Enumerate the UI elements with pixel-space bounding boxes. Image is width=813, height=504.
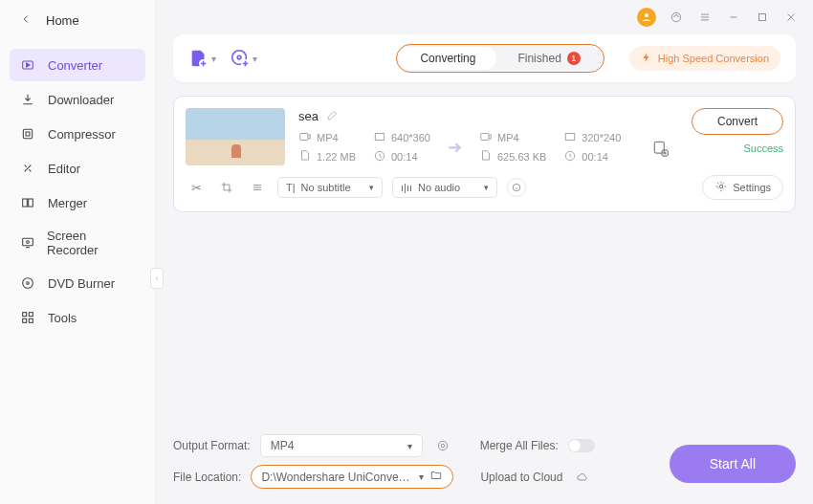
nav-list: Converter Downloader Compressor Editor M… bbox=[0, 41, 155, 343]
svg-rect-9 bbox=[29, 313, 33, 317]
close-icon[interactable] bbox=[782, 9, 800, 26]
titlebar bbox=[156, 0, 813, 34]
svg-rect-19 bbox=[300, 134, 308, 141]
settings-label: Settings bbox=[733, 182, 771, 193]
svg-rect-22 bbox=[481, 134, 489, 141]
file-icon bbox=[479, 149, 493, 164]
chevron-down-icon: ▾ bbox=[484, 183, 489, 192]
start-all-button[interactable]: Start All bbox=[670, 445, 796, 483]
sidebar: Home Converter Downloader Compressor Edi… bbox=[0, 0, 156, 504]
content-area: ▾ ▾ Converting Finished 1 High Speed Con… bbox=[156, 34, 813, 504]
cloud-icon[interactable] bbox=[572, 467, 593, 488]
output-preset-icon[interactable] bbox=[651, 139, 669, 156]
file-location-select[interactable]: D:\Wondershare UniConverter 1 ▾ bbox=[251, 465, 453, 489]
editor-icon bbox=[19, 160, 36, 177]
sidebar-item-editor[interactable]: Editor bbox=[10, 152, 145, 185]
svg-rect-4 bbox=[22, 238, 33, 245]
home-label: Home bbox=[46, 13, 79, 28]
svg-point-30 bbox=[438, 441, 447, 449]
svg-rect-3 bbox=[29, 199, 33, 207]
tab-label: Finished bbox=[517, 52, 560, 65]
svg-rect-23 bbox=[566, 134, 575, 141]
src-size: 1.22 MB bbox=[317, 151, 356, 163]
main-panel: ▾ ▾ Converting Finished 1 High Speed Con… bbox=[156, 0, 813, 504]
file-title: sea bbox=[298, 109, 319, 123]
file-location-label: File Location: bbox=[173, 471, 241, 484]
trim-icon[interactable]: ✂ bbox=[186, 177, 207, 198]
minimize-icon[interactable] bbox=[725, 9, 742, 26]
edit-title-icon[interactable] bbox=[326, 108, 340, 124]
sidebar-item-label: Tools bbox=[48, 311, 77, 325]
status-tabs: Converting Finished 1 bbox=[396, 44, 604, 73]
resolution-icon bbox=[373, 130, 386, 145]
sidebar-item-downloader[interactable]: Downloader bbox=[10, 83, 145, 116]
clock-icon bbox=[373, 149, 386, 164]
chevron-down-icon: ▾ bbox=[253, 54, 257, 64]
video-icon bbox=[298, 130, 312, 145]
collapse-sidebar-button[interactable] bbox=[150, 268, 164, 289]
sidebar-item-label: Downloader bbox=[48, 93, 114, 107]
sidebar-item-label: Compressor bbox=[48, 127, 116, 142]
info-icon[interactable] bbox=[507, 178, 526, 197]
sidebar-item-label: Converter bbox=[48, 58, 102, 73]
sidebar-item-screen-recorder[interactable]: Screen Recorder bbox=[10, 221, 145, 265]
svg-rect-11 bbox=[29, 318, 33, 322]
svg-point-7 bbox=[27, 282, 30, 285]
sidebar-item-label: Editor bbox=[48, 162, 80, 176]
tab-finished[interactable]: Finished 1 bbox=[496, 47, 601, 70]
merger-icon bbox=[19, 194, 36, 211]
toolbar: ▾ ▾ Converting Finished 1 High Speed Con… bbox=[173, 34, 796, 82]
settings-button[interactable]: Settings bbox=[702, 175, 783, 200]
svg-rect-20 bbox=[375, 134, 384, 141]
video-thumbnail[interactable] bbox=[186, 108, 285, 165]
sidebar-item-merger[interactable]: Merger bbox=[10, 186, 145, 219]
svg-rect-10 bbox=[23, 318, 27, 322]
gear-icon bbox=[714, 180, 728, 195]
add-dvd-button[interactable]: ▾ bbox=[230, 48, 257, 69]
dst-dur: 00:14 bbox=[582, 151, 608, 163]
output-format-label: Output Format: bbox=[173, 439, 251, 452]
audio-value: No audio bbox=[418, 182, 460, 193]
status-text: Success bbox=[743, 142, 783, 154]
file-icon bbox=[298, 149, 312, 164]
home-link[interactable]: Home bbox=[0, 0, 155, 41]
sidebar-item-compressor[interactable]: Compressor bbox=[10, 118, 145, 150]
src-format: MP4 bbox=[317, 132, 339, 143]
svg-point-28 bbox=[720, 185, 724, 188]
svg-point-13 bbox=[671, 12, 680, 21]
user-avatar[interactable] bbox=[637, 8, 656, 27]
output-format-select[interactable]: MP4 ▾ bbox=[260, 434, 423, 457]
file-card: sea MP4 1.22 MB 640*360 00:14 ➜ bbox=[173, 96, 796, 212]
svg-point-29 bbox=[441, 444, 445, 448]
tab-label: Converting bbox=[420, 52, 475, 65]
tab-converting[interactable]: Converting bbox=[399, 47, 496, 70]
add-file-button[interactable]: ▾ bbox=[188, 48, 216, 69]
effects-icon[interactable] bbox=[247, 177, 268, 198]
output-format-value: MP4 bbox=[271, 439, 295, 452]
maximize-icon[interactable] bbox=[754, 9, 771, 26]
high-speed-chip[interactable]: High Speed Conversion bbox=[629, 46, 780, 71]
speed-label: High Speed Conversion bbox=[658, 53, 769, 64]
merge-toggle[interactable] bbox=[568, 439, 595, 452]
chevron-down-icon: ▾ bbox=[419, 471, 424, 482]
sidebar-item-tools[interactable]: Tools bbox=[10, 301, 145, 334]
bolt-icon bbox=[641, 52, 652, 65]
output-settings-icon[interactable] bbox=[432, 435, 453, 456]
crop-icon[interactable] bbox=[216, 177, 237, 198]
subtitle-select[interactable]: T| No subtitle ▾ bbox=[277, 177, 383, 198]
svg-rect-2 bbox=[23, 199, 28, 207]
sidebar-item-dvd-burner[interactable]: DVD Burner bbox=[10, 267, 145, 299]
clock-icon bbox=[563, 149, 577, 164]
sidebar-item-converter[interactable]: Converter bbox=[10, 49, 145, 81]
convert-button[interactable]: Convert bbox=[692, 108, 783, 135]
subtitle-icon: T| bbox=[286, 182, 296, 193]
svg-point-12 bbox=[645, 13, 648, 17]
audio-select[interactable]: ı|ıı No audio ▾ bbox=[392, 177, 497, 198]
upload-label: Upload to Cloud bbox=[480, 471, 562, 484]
folder-icon[interactable] bbox=[429, 469, 443, 485]
arrow-right-icon: ➜ bbox=[448, 137, 462, 158]
dst-size: 625.63 KB bbox=[497, 151, 546, 163]
svg-rect-14 bbox=[759, 14, 766, 21]
menu-icon[interactable] bbox=[696, 9, 714, 26]
support-icon[interactable] bbox=[668, 9, 685, 26]
